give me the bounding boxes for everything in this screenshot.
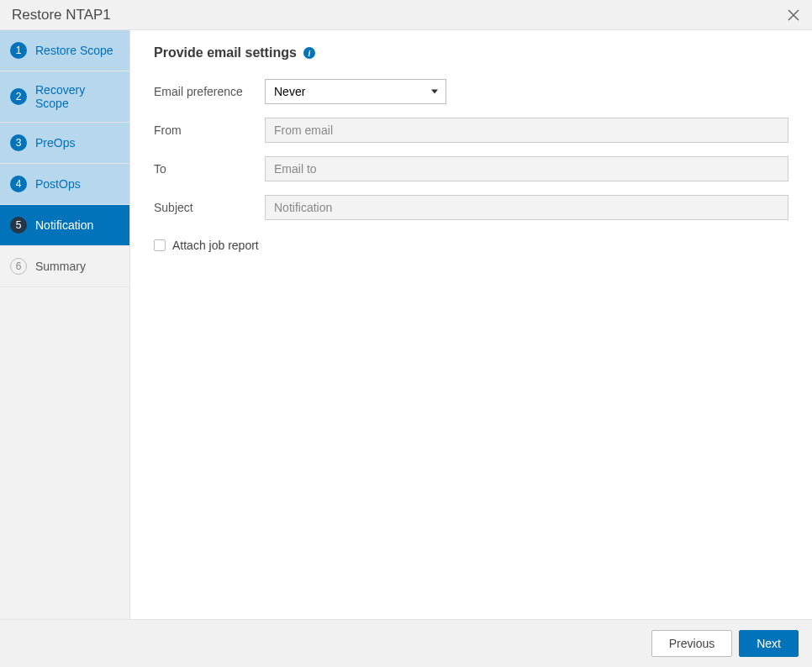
step-label: Restore Scope (35, 44, 113, 57)
form-row-to: To (154, 156, 788, 181)
step-label: Notification (35, 218, 93, 232)
step-number: 3 (10, 134, 27, 151)
form-row-email-preference: Email preference Never (154, 79, 788, 104)
label-subject: Subject (154, 201, 265, 214)
step-label: PreOps (35, 136, 75, 150)
step-label: PostOps (35, 177, 81, 191)
info-icon[interactable]: i (303, 47, 315, 59)
label-to: To (154, 162, 265, 176)
section-heading: Provide email settings i (154, 45, 788, 60)
step-number: 1 (10, 42, 27, 59)
next-button[interactable]: Next (739, 630, 799, 657)
step-label: Recovery Scope (35, 83, 119, 110)
dialog-body: 1 Restore Scope 2 Recovery Scope 3 PreOp… (0, 30, 812, 619)
wizard-content: Provide email settings i Email preferenc… (130, 30, 812, 619)
step-number: 2 (10, 88, 27, 105)
select-email-preference[interactable]: Never (265, 79, 446, 104)
form-row-attach-job-report: Attach job report (154, 239, 788, 252)
sidebar-item-preops[interactable]: 3 PreOps (0, 123, 129, 164)
label-attach-job-report[interactable]: Attach job report (172, 239, 259, 252)
form-row-subject: Subject (154, 195, 788, 220)
step-number: 4 (10, 176, 27, 192)
input-to[interactable] (265, 156, 788, 181)
dialog-header: Restore NTAP1 (0, 0, 812, 30)
dialog-footer: Previous Next (0, 619, 812, 667)
step-number: 6 (10, 258, 27, 275)
sidebar-item-summary[interactable]: 6 Summary (0, 246, 129, 287)
input-from[interactable] (265, 118, 788, 143)
dialog-title: Restore NTAP1 (12, 7, 111, 24)
input-subject[interactable] (265, 195, 788, 220)
sidebar-item-postops[interactable]: 4 PostOps (0, 164, 129, 205)
previous-button[interactable]: Previous (651, 630, 732, 657)
step-label: Summary (35, 260, 86, 273)
sidebar-item-restore-scope[interactable]: 1 Restore Scope (0, 30, 129, 71)
sidebar-item-recovery-scope[interactable]: 2 Recovery Scope (0, 71, 129, 123)
section-heading-text: Provide email settings (154, 45, 297, 60)
select-email-preference-wrap: Never (265, 79, 446, 104)
wizard-sidebar: 1 Restore Scope 2 Recovery Scope 3 PreOp… (0, 30, 130, 619)
form-row-from: From (154, 118, 788, 143)
close-icon[interactable] (787, 8, 800, 22)
sidebar-item-notification[interactable]: 5 Notification (0, 205, 129, 246)
label-from: From (154, 123, 265, 137)
checkbox-attach-job-report[interactable] (154, 239, 166, 251)
label-email-preference: Email preference (154, 85, 265, 98)
step-number: 5 (10, 217, 27, 234)
